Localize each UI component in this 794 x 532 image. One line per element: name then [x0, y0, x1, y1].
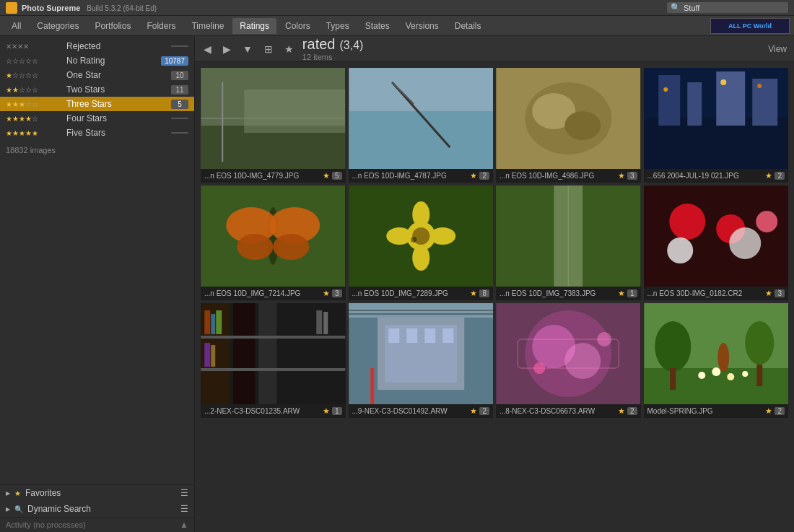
image-star-7: ★	[765, 289, 772, 298]
image-filename-5: ...n EOS 10D_IMG_7289.JPG	[352, 289, 468, 297]
svg-rect-82	[670, 368, 676, 390]
image-item-5[interactable]: ...n EOS 10D_IMG_7289.JPG ★ 8	[349, 186, 494, 300]
image-count-4: 3	[332, 289, 342, 297]
image-count-9: 2	[479, 407, 489, 415]
forward-button[interactable]: ▶	[220, 42, 234, 56]
activity-bar: Activity (no processes) ▲	[0, 517, 194, 532]
favorites-item[interactable]: ▶ ★ Favorites ☰	[0, 485, 194, 501]
rating-row-five-stars[interactable]: ★★★★★ Five Stars	[0, 126, 194, 140]
activity-expand-icon[interactable]: ▲	[180, 520, 188, 530]
image-item-11[interactable]: Model-SPRING.JPG ★ 2	[644, 303, 789, 418]
image-item-4[interactable]: ...n EOS 10D_IMG_7214.JPG ★ 3	[201, 186, 346, 300]
rating-row-one-star[interactable]: ★☆☆☆☆ One Star 10	[0, 68, 194, 82]
svg-rect-66	[424, 328, 435, 343]
rating-row-three-stars[interactable]: ★★★☆☆ Three Stars 5	[0, 97, 194, 111]
count-five-stars	[171, 132, 188, 134]
tab-states[interactable]: States	[358, 18, 397, 34]
dynamic-search-menu-icon[interactable]: ☰	[180, 504, 188, 514]
image-caption-8: ...2-NEX-C3-DSC01235.ARW ★ 1	[201, 404, 346, 418]
back-button[interactable]: ◀	[201, 42, 214, 56]
svg-point-13	[564, 111, 601, 140]
svg-point-32	[412, 245, 429, 271]
svg-point-81	[655, 321, 691, 372]
rating-row-four-stars[interactable]: ★★★★☆ Four Stars	[0, 111, 194, 126]
image-count-2: 3	[627, 172, 637, 180]
stars-four-stars: ★★★★☆	[6, 115, 64, 123]
rating-row-rejected[interactable]: ✕✕✕✕ Rejected	[0, 39, 194, 53]
svg-rect-39	[496, 186, 554, 287]
favorites-label: Favorites	[25, 488, 176, 498]
svg-rect-84	[756, 365, 762, 386]
image-caption-9: ...9-NEX-C3-DSC01492.ARW ★ 2	[349, 404, 494, 418]
stars-no-rating: ☆☆☆☆☆	[6, 57, 64, 65]
svg-point-45	[667, 237, 693, 263]
image-filename-4: ...n EOS 10D_IMG_7214.JPG	[204, 289, 320, 297]
count-four-stars	[171, 118, 188, 119]
tab-details[interactable]: Details	[448, 18, 489, 34]
image-item-9[interactable]: ...9-NEX-C3-DSC01492.ARW ★ 2	[349, 303, 494, 418]
image-star-6: ★	[618, 289, 625, 298]
stack-button[interactable]: ⊞	[261, 42, 276, 56]
image-filename-2: ...n EOS 10D-IMG_4986.JPG	[499, 172, 616, 180]
svg-point-75	[564, 343, 601, 379]
filter-button[interactable]: ▼	[240, 42, 256, 56]
star-filter-button[interactable]: ★	[282, 42, 297, 56]
image-caption-4: ...n EOS 10D_IMG_7214.JPG ★ 3	[201, 287, 346, 300]
image-item-6[interactable]: ...n EOS 10D_IMG_7383.JPG ★ 1	[496, 186, 641, 300]
svg-rect-16	[658, 75, 680, 126]
dynamic-search-arrow: ▶	[6, 506, 10, 513]
tab-versions[interactable]: Versions	[398, 18, 446, 34]
count-rejected	[171, 45, 188, 47]
svg-point-43	[669, 204, 705, 240]
image-count-1: 2	[479, 172, 489, 180]
content-item-count: 12 items	[302, 53, 761, 61]
image-caption-10: ...8-NEX-C3-DSC06673.ARW ★ 2	[496, 404, 641, 418]
content-title: rated	[302, 36, 336, 53]
tab-all[interactable]: All	[4, 18, 28, 34]
app-icon	[6, 2, 17, 14]
svg-point-86	[712, 367, 720, 376]
image-caption-11: Model-SPRING.JPG ★ 2	[644, 404, 789, 418]
content-area: ◀ ▶ ▼ ⊞ ★ rated (3,4) 12 items View	[195, 36, 794, 532]
image-item-10[interactable]: ...8-NEX-C3-DSC06673.ARW ★ 2	[496, 303, 641, 418]
sidebar-bottom: ▶ ★ Favorites ☰ ▶ 🔍 Dynamic Search ☰ Act…	[0, 484, 194, 532]
nav-tabs: All Categories Portfolios Folders Timeli…	[0, 16, 794, 36]
image-count-3: 2	[775, 172, 785, 180]
image-item-1[interactable]: ...n EOS 10D-IMG_4787.JPG ★ 2	[349, 68, 494, 183]
dynamic-search-icon: 🔍	[14, 505, 23, 513]
tab-categories[interactable]: Categories	[30, 18, 86, 34]
ad-banner: ALL PC World	[710, 18, 790, 34]
svg-rect-60	[323, 312, 328, 334]
tab-ratings[interactable]: Ratings	[232, 18, 276, 34]
tab-types[interactable]: Types	[319, 18, 357, 34]
image-item-3[interactable]: ...656 2004-JUL-19 021.JPG ★ 2	[644, 68, 789, 183]
svg-rect-59	[316, 310, 322, 334]
dynamic-search-item[interactable]: ▶ 🔍 Dynamic Search ☰	[0, 501, 194, 517]
image-item-2[interactable]: ...n EOS 10D-IMG_4986.JPG ★ 3	[496, 68, 641, 183]
image-count-7: 3	[775, 289, 785, 297]
search-bar[interactable]: 🔍	[667, 2, 788, 13]
rating-row-two-stars[interactable]: ★★☆☆☆ Two Stars 11	[0, 82, 194, 97]
svg-rect-64	[388, 328, 399, 343]
svg-rect-19	[752, 79, 777, 126]
image-item-0[interactable]: ...n EOS 10D-IMG_4779.JPG ★ 5	[201, 68, 346, 183]
rating-row-no-rating[interactable]: ☆☆☆☆☆ No Rating 10787	[0, 53, 194, 68]
image-caption-0: ...n EOS 10D-IMG_4779.JPG ★ 5	[201, 169, 346, 183]
image-count-8: 1	[332, 407, 342, 415]
label-two-stars: Two Stars	[66, 84, 168, 95]
svg-rect-58	[211, 345, 215, 367]
tab-timeline[interactable]: Timeline	[184, 18, 231, 34]
view-button[interactable]: View	[767, 43, 788, 56]
image-filename-6: ...n EOS 10D_IMG_7383.JPG	[499, 289, 616, 297]
tab-portfolios[interactable]: Portfolios	[87, 18, 138, 34]
image-filename-8: ...2-NEX-C3-DSC01235.ARW	[204, 407, 320, 415]
svg-point-47	[756, 211, 777, 232]
tab-colors[interactable]: Colors	[278, 18, 318, 34]
svg-rect-15	[644, 118, 788, 169]
favorites-menu-icon[interactable]: ☰	[180, 488, 188, 498]
image-item-7[interactable]: ...n EOS 30D-IMG_0182.CR2 ★ 3	[644, 186, 789, 300]
image-item-8[interactable]: ...2-NEX-C3-DSC01235.ARW ★ 1	[201, 303, 346, 418]
tab-folders[interactable]: Folders	[139, 18, 183, 34]
search-input[interactable]	[684, 4, 785, 12]
svg-rect-51	[258, 303, 276, 404]
